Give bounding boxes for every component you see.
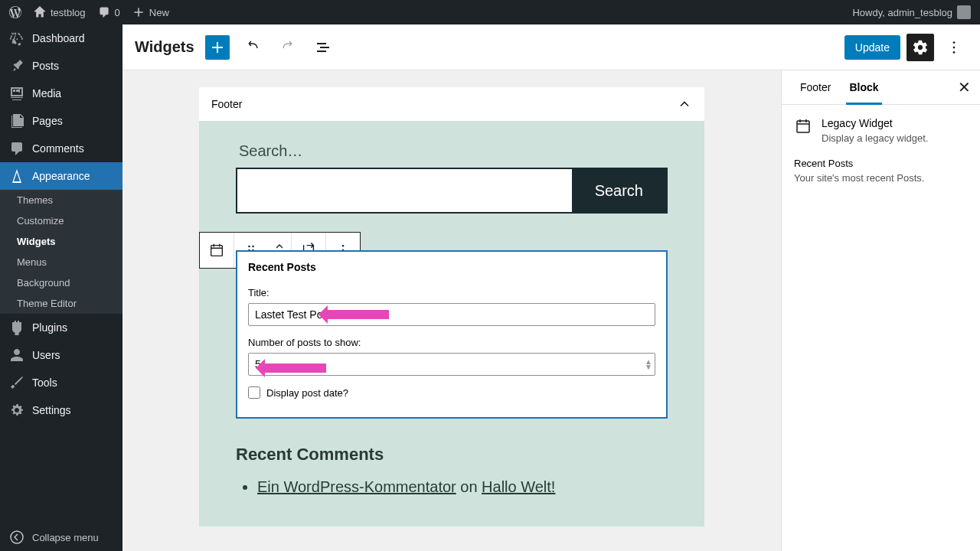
chevron-up-icon: [273, 243, 286, 250]
site-name: testblog: [51, 7, 86, 18]
sidebar-users[interactable]: Users: [0, 341, 122, 369]
site-link[interactable]: testblog: [34, 6, 86, 18]
redo-icon: [279, 38, 297, 57]
appearance-icon: [9, 168, 24, 184]
tab-block[interactable]: Block: [840, 70, 887, 104]
sidebar-label: Users: [32, 349, 60, 361]
comment-author-link[interactable]: Ein WordPress-Kommentator: [257, 478, 456, 495]
redo-button[interactable]: [276, 35, 300, 60]
svg-point-1: [953, 41, 956, 44]
recent-posts-desc: Your site's most recent Posts.: [794, 172, 968, 184]
recent-posts-widget[interactable]: Recent Posts Title: Number of posts to s…: [236, 250, 668, 419]
svg-point-5: [248, 246, 250, 248]
sidebar-dashboard[interactable]: Dashboard: [0, 24, 122, 52]
tab-footer[interactable]: Footer: [791, 70, 840, 104]
widget-header: Recent Posts: [237, 252, 666, 282]
tools-icon: [9, 375, 24, 390]
sub-menus[interactable]: Menus: [0, 252, 122, 272]
settings-panel: Footer Block ✕ Legacy Widget Display a l…: [781, 70, 980, 551]
add-block-button[interactable]: [205, 35, 230, 60]
list-view-button[interactable]: [311, 35, 335, 60]
my-account[interactable]: Howdy, admin_tesblog: [852, 5, 971, 19]
comments-bubble[interactable]: 0: [98, 6, 120, 18]
editor-header: Widgets Update: [122, 24, 980, 70]
sidebar-pages[interactable]: Pages: [0, 107, 122, 135]
page-title: Widgets: [135, 38, 194, 56]
sidebar-settings[interactable]: Settings: [0, 396, 122, 424]
display-date-checkbox[interactable]: [248, 386, 260, 399]
count-label: Number of posts to show:: [248, 337, 655, 348]
more-options-button[interactable]: [940, 34, 968, 61]
area-title: Footer: [211, 98, 242, 110]
search-input[interactable]: [237, 169, 572, 212]
sidebar-label: Settings: [32, 404, 71, 416]
svg-point-2: [953, 46, 956, 48]
plugin-icon: [9, 320, 24, 335]
calendar-icon: [208, 242, 225, 259]
sidebar-label: Dashboard: [32, 32, 85, 44]
sidebar-plugins[interactable]: Plugins: [0, 314, 122, 341]
sidebar-label: Pages: [32, 115, 63, 127]
comment-count: 0: [115, 7, 120, 18]
display-date-label: Display post date?: [266, 387, 348, 399]
sidebar-appearance[interactable]: Appearance: [0, 162, 122, 190]
search-button[interactable]: Search: [572, 169, 666, 212]
calendar-icon: [794, 117, 812, 135]
sub-theme-editor[interactable]: Theme Editor: [0, 293, 122, 314]
sidebar-tools[interactable]: Tools: [0, 369, 122, 396]
sidebar-label: Posts: [32, 60, 59, 72]
sidebar-label: Appearance: [32, 170, 90, 182]
search-widget: Search: [236, 168, 668, 214]
wp-logo[interactable]: [9, 6, 21, 18]
area-header[interactable]: Footer: [199, 87, 704, 121]
comments-list: Ein WordPress-Kommentator on Hallo Welt!: [236, 478, 668, 496]
howdy-text: Howdy, admin_tesblog: [852, 7, 952, 18]
sidebar-comments[interactable]: Comments: [0, 135, 122, 162]
legacy-widget-title: Legacy Widget: [822, 117, 928, 129]
legacy-widget-desc: Display a legacy widget.: [822, 132, 928, 144]
collapse-icon: [9, 530, 24, 545]
sidebar-label: Tools: [32, 377, 57, 389]
search-label: Search…: [239, 142, 668, 160]
admin-sidebar: Dashboard Posts Media Pages Comments App…: [0, 24, 122, 551]
gear-icon: [912, 39, 929, 56]
sub-customize[interactable]: Customize: [0, 210, 122, 231]
sub-background[interactable]: Background: [0, 272, 122, 293]
annotation-arrow: [265, 364, 326, 373]
recent-posts-title: Recent Posts: [794, 158, 968, 169]
dots-vertical-icon: [946, 39, 962, 56]
panel-tabs: Footer Block ✕: [782, 70, 980, 105]
comment-item: Ein WordPress-Kommentator on Hallo Welt!: [257, 478, 668, 496]
update-button[interactable]: Update: [844, 35, 900, 60]
sidebar-label: Media: [32, 87, 61, 99]
number-spinner[interactable]: ▲▼: [645, 359, 652, 370]
svg-point-6: [252, 246, 254, 248]
comment-icon: [98, 6, 110, 18]
comments-icon: [9, 141, 24, 156]
sub-widgets[interactable]: Widgets: [0, 231, 122, 252]
title-input[interactable]: [248, 303, 655, 326]
editor-canvas: Footer Search… Search: [122, 70, 781, 551]
collapse-menu[interactable]: Collapse menu: [0, 523, 122, 551]
undo-button[interactable]: [240, 35, 265, 60]
close-panel-button[interactable]: ✕: [958, 78, 971, 96]
new-content[interactable]: New: [132, 6, 169, 18]
sidebar-posts[interactable]: Posts: [0, 52, 122, 80]
sidebar-media[interactable]: Media: [0, 80, 122, 107]
list-icon: [314, 38, 332, 57]
svg-rect-14: [797, 121, 809, 132]
settings-icon: [9, 403, 24, 418]
pages-icon: [9, 113, 24, 129]
comment-post-link[interactable]: Hallo Welt!: [482, 478, 555, 495]
undo-icon: [243, 38, 262, 57]
svg-point-3: [953, 51, 956, 54]
admin-bar: testblog 0 New Howdy, admin_tesblog: [0, 0, 980, 24]
sidebar-label: Comments: [32, 142, 84, 155]
sidebar-label: Plugins: [32, 321, 67, 334]
block-type-button[interactable]: [200, 233, 234, 268]
settings-button[interactable]: [906, 34, 934, 61]
sub-themes[interactable]: Themes: [0, 190, 122, 210]
pin-icon: [9, 58, 24, 73]
annotation-arrow: [328, 310, 389, 319]
dashboard-icon: [9, 31, 24, 46]
